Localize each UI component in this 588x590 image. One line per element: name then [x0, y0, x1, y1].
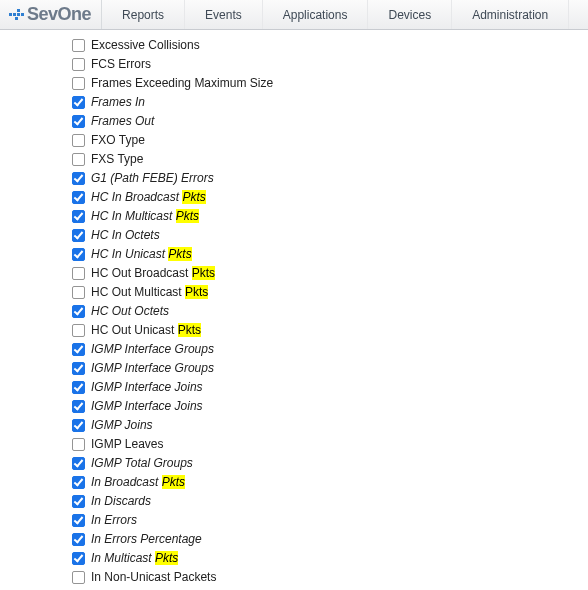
indicator-checkbox[interactable] [72, 58, 85, 71]
list-item: HC In Broadcast Pkts [72, 188, 588, 207]
brand-logo[interactable]: SevOne [0, 0, 102, 29]
indicator-label: HC In Unicast Pkts [91, 245, 192, 264]
indicator-checkbox[interactable] [72, 267, 85, 280]
indicator-checkbox[interactable] [72, 362, 85, 375]
nav-item-devices[interactable]: Devices [368, 0, 452, 29]
indicator-checkbox[interactable] [72, 77, 85, 90]
indicator-label: G1 (Path FEBE) Errors [91, 169, 214, 188]
list-item: HC In Octets [72, 226, 588, 245]
highlight: Pkts [176, 209, 199, 223]
list-item: IGMP Total Groups [72, 454, 588, 473]
main-nav: ReportsEventsApplicationsDevicesAdminist… [102, 0, 588, 29]
indicator-checkbox[interactable] [72, 191, 85, 204]
list-item: FCS Errors [72, 55, 588, 74]
list-item: Frames Exceeding Maximum Size [72, 74, 588, 93]
indicator-checkbox[interactable] [72, 343, 85, 356]
indicator-checkbox[interactable] [72, 552, 85, 565]
list-item: Frames Out [72, 112, 588, 131]
topbar: SevOne ReportsEventsApplicationsDevicesA… [0, 0, 588, 30]
list-item: FXO Type [72, 131, 588, 150]
indicator-checkbox[interactable] [72, 400, 85, 413]
indicator-checkbox[interactable] [72, 210, 85, 223]
nav-item-applications[interactable]: Applications [263, 0, 369, 29]
indicator-checkbox[interactable] [72, 514, 85, 527]
indicator-label: IGMP Joins [91, 416, 153, 435]
indicator-label: FCS Errors [91, 55, 151, 74]
list-item: HC Out Unicast Pkts [72, 321, 588, 340]
list-item: IGMP Interface Groups [72, 340, 588, 359]
indicator-checkbox[interactable] [72, 96, 85, 109]
list-item: Frames In [72, 93, 588, 112]
content-panel: Excessive CollisionsFCS ErrorsFrames Exc… [28, 30, 588, 590]
list-item: HC In Multicast Pkts [72, 207, 588, 226]
indicator-checkbox[interactable] [72, 229, 85, 242]
indicator-label: IGMP Interface Joins [91, 397, 203, 416]
indicator-label: In Discards [91, 492, 151, 511]
indicator-label: In Broadcast Pkts [91, 473, 185, 492]
highlight: Pkts [155, 551, 178, 565]
indicator-label: HC Out Broadcast Pkts [91, 264, 215, 283]
list-item: In Discards [72, 492, 588, 511]
indicator-label: IGMP Leaves [91, 435, 163, 454]
list-item: In Non-Unicast Packets [72, 568, 588, 587]
indicator-checkbox[interactable] [72, 457, 85, 470]
indicator-label: HC In Multicast Pkts [91, 207, 199, 226]
indicator-label: Frames Exceeding Maximum Size [91, 74, 273, 93]
indicator-label: IGMP Total Groups [91, 454, 193, 473]
highlight: Pkts [168, 247, 191, 261]
indicator-label: HC In Octets [91, 226, 160, 245]
indicator-checkbox[interactable] [72, 286, 85, 299]
indicator-label: In Non-Unicast Packets [91, 568, 216, 587]
nav-item-reports[interactable]: Reports [102, 0, 185, 29]
indicator-label: IGMP Interface Joins [91, 378, 203, 397]
indicator-label: In Errors Percentage [91, 530, 202, 549]
list-item: HC Out Broadcast Pkts [72, 264, 588, 283]
indicator-label: HC In Broadcast Pkts [91, 188, 206, 207]
indicator-label: IGMP Interface Groups [91, 359, 214, 378]
indicator-label: Frames In [91, 93, 145, 112]
indicator-checkbox[interactable] [72, 476, 85, 489]
indicator-checkbox[interactable] [72, 172, 85, 185]
highlight: Pkts [192, 266, 215, 280]
indicator-checkbox[interactable] [72, 571, 85, 584]
nav-item-administration[interactable]: Administration [452, 0, 569, 29]
list-item: In Errors Percentage [72, 530, 588, 549]
indicator-checkbox[interactable] [72, 438, 85, 451]
list-item: HC Out Multicast Pkts [72, 283, 588, 302]
nav-item-events[interactable]: Events [185, 0, 263, 29]
brand-text: SevOne [27, 4, 91, 25]
indicator-checkbox[interactable] [72, 305, 85, 318]
list-item: G1 (Path FEBE) Errors [72, 169, 588, 188]
indicator-list: Excessive CollisionsFCS ErrorsFrames Exc… [28, 30, 588, 590]
list-item: IGMP Interface Joins [72, 378, 588, 397]
list-item: IGMP Interface Groups [72, 359, 588, 378]
list-item: FXS Type [72, 150, 588, 169]
indicator-checkbox[interactable] [72, 324, 85, 337]
indicator-checkbox[interactable] [72, 419, 85, 432]
indicator-checkbox[interactable] [72, 39, 85, 52]
highlight: Pkts [182, 190, 205, 204]
indicator-label: IGMP Interface Groups [91, 340, 214, 359]
list-item: IGMP Leaves [72, 435, 588, 454]
indicator-label: Frames Out [91, 112, 154, 131]
list-item: IGMP Interface Joins [72, 397, 588, 416]
indicator-checkbox[interactable] [72, 153, 85, 166]
indicator-checkbox[interactable] [72, 248, 85, 261]
indicator-checkbox[interactable] [72, 495, 85, 508]
indicator-checkbox[interactable] [72, 533, 85, 546]
indicator-label: FXO Type [91, 131, 145, 150]
indicator-label: Excessive Collisions [91, 36, 200, 55]
indicator-label: In Errors [91, 511, 137, 530]
highlight: Pkts [178, 323, 201, 337]
content-scroll[interactable]: Excessive CollisionsFCS ErrorsFrames Exc… [0, 30, 588, 590]
list-item: In Errors [72, 511, 588, 530]
highlight: Pkts [185, 285, 208, 299]
list-item: In Broadcast Pkts [72, 473, 588, 492]
indicator-label: In Multicast Pkts [91, 549, 178, 568]
indicator-checkbox[interactable] [72, 134, 85, 147]
indicator-checkbox[interactable] [72, 381, 85, 394]
list-item: IGMP Joins [72, 416, 588, 435]
indicator-label: HC Out Octets [91, 302, 169, 321]
list-item: HC Out Octets [72, 302, 588, 321]
indicator-checkbox[interactable] [72, 115, 85, 128]
